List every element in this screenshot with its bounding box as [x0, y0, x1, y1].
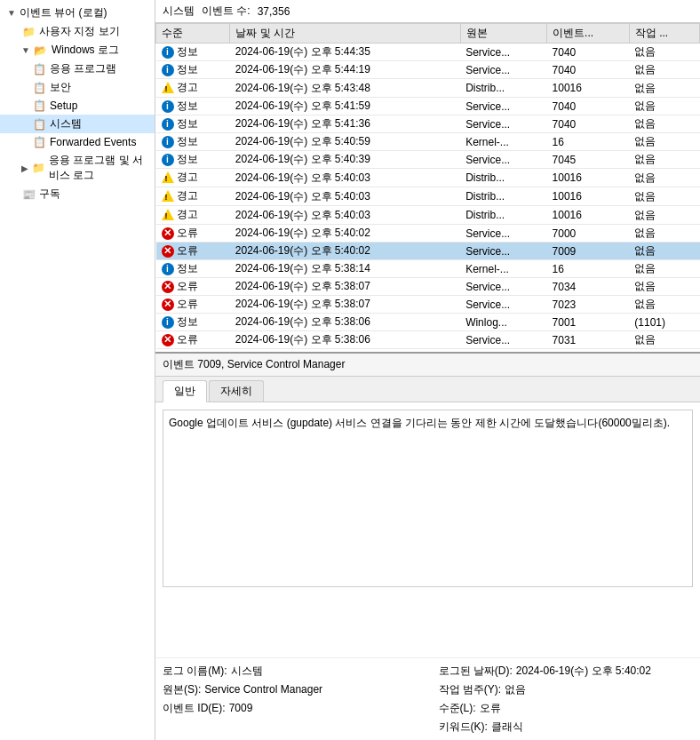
- level-text: 오류: [177, 297, 198, 312]
- tab-detail[interactable]: 자세히: [209, 380, 264, 402]
- sidebar: ▼ 이벤트 뷰어 (로컬) 📁 사용자 지정 보기 ▼ 📂 Windows 로그…: [0, 0, 155, 740]
- cell-level: i 정보: [156, 151, 230, 169]
- col-datetime[interactable]: 날짜 및 시간: [230, 24, 460, 44]
- table-row[interactable]: 경고2024-06-19(수) 오후 5:43:48Distrib...1001…: [156, 79, 700, 98]
- cell-level: i 정보: [156, 61, 230, 79]
- cell-datetime: 2024-06-19(수) 오후 5:38:07: [230, 278, 460, 296]
- cell-task: 없음: [629, 115, 699, 133]
- content-header: 시스템 이벤트 수: 37,356: [155, 0, 700, 23]
- cell-datetime: 2024-06-19(수) 오후 5:40:02: [230, 225, 460, 243]
- cell-event-id: 10016: [547, 187, 630, 206]
- table-row[interactable]: ✕ 오류2024-06-19(수) 오후 5:38:07Service...70…: [156, 296, 700, 314]
- sidebar-item-system[interactable]: 📋 시스템: [0, 115, 155, 133]
- cell-task: 없음: [629, 169, 699, 187]
- event-count-label: 이벤트 수:: [202, 4, 251, 19]
- level-text: 정보: [177, 314, 198, 330]
- sidebar-item-forwarded-events[interactable]: 📋 Forwarded Events: [0, 133, 155, 151]
- log-icon: 📋: [32, 117, 46, 131]
- table-row[interactable]: ✕ 오류2024-06-19(수) 오후 5:38:06Service...70…: [156, 331, 700, 349]
- cell-event-id: 7001: [547, 314, 630, 331]
- cell-event-id: 7045: [547, 151, 630, 169]
- content-title: 시스템: [163, 4, 195, 19]
- table-row[interactable]: i 정보2024-06-19(수) 오후 5:40:39Service...70…: [156, 151, 700, 169]
- detail-bottom-fields: 로그 이름(M): 시스템 로그된 날짜(D): 2024-06-19(수) 오…: [155, 657, 700, 740]
- sidebar-item-label: 시스템: [50, 116, 82, 131]
- table-row[interactable]: ✕ 오류2024-06-19(수) 오후 5:40:02Service...70…: [156, 243, 700, 260]
- event-table-container: 수준 날짜 및 시간 원본 이벤트... 작업 ... i 정보2024-06-…: [155, 23, 700, 352]
- cell-source: Service...: [460, 278, 546, 296]
- cell-datetime: 2024-06-19(수) 오후 5:40:02: [230, 243, 460, 260]
- table-row[interactable]: 경고2024-06-19(수) 오후 5:40:03Distrib...1001…: [156, 206, 700, 225]
- cell-datetime: 2024-06-19(수) 오후 5:40:59: [230, 133, 460, 151]
- logged-field: 로그된 날짜(D): 2024-06-19(수) 오후 5:40:02: [439, 664, 694, 679]
- sidebar-item-setup[interactable]: 📋 Setup: [0, 97, 155, 115]
- table-row[interactable]: i 정보2024-06-19(수) 오후 5:38:06Winlog...700…: [156, 314, 700, 331]
- cell-level: ✕ 오류: [156, 331, 230, 349]
- cell-source: Distrib...: [460, 206, 546, 225]
- level-text: 정보: [177, 116, 198, 131]
- cell-source: Distrib...: [460, 169, 546, 187]
- sidebar-item-security[interactable]: 📋 보안: [0, 78, 155, 97]
- level-text: 오류: [177, 332, 198, 347]
- level-text: 오류: [177, 279, 198, 294]
- col-level[interactable]: 수준: [156, 24, 230, 44]
- cell-source: Service...: [460, 61, 546, 79]
- sidebar-item-custom-views[interactable]: 📁 사용자 지정 보기: [0, 22, 155, 41]
- cell-task: 없음: [629, 79, 699, 98]
- cell-level: 경고: [156, 169, 230, 187]
- level-text: 정보: [177, 152, 198, 167]
- detail-tabs: 일반 자세히: [155, 377, 700, 402]
- cell-task: (1101): [629, 314, 699, 331]
- col-eventid[interactable]: 이벤트...: [547, 24, 630, 44]
- cell-event-id: 7040: [547, 44, 630, 61]
- log-icon: 📋: [32, 62, 46, 76]
- sidebar-item-subscriptions[interactable]: 📰 구독: [0, 185, 155, 203]
- col-task[interactable]: 작업 ...: [629, 24, 699, 44]
- table-row[interactable]: 경고2024-06-19(수) 오후 5:40:03Distrib...1001…: [156, 169, 700, 187]
- table-row[interactable]: i 정보2024-06-19(수) 오후 5:41:36Service...70…: [156, 115, 700, 133]
- cell-event-id: 10016: [547, 206, 630, 225]
- cell-event-id: 7023: [547, 296, 630, 314]
- table-row[interactable]: i 정보2024-06-19(수) 오후 5:44:35Service...70…: [156, 44, 700, 61]
- cell-level: ✕ 오류: [156, 278, 230, 296]
- table-row[interactable]: 경고2024-06-19(수) 오후 5:40:03Distrib...1001…: [156, 187, 700, 206]
- cell-level: 경고: [156, 206, 230, 225]
- sidebar-root[interactable]: ▼ 이벤트 뷰어 (로컬): [0, 4, 155, 22]
- sidebar-item-app-service-logs[interactable]: ▶ 📁 응용 프로그램 및 서비스 로그: [0, 151, 155, 185]
- cell-datetime: 2024-06-19(수) 오후 5:40:03: [230, 169, 460, 187]
- tab-general[interactable]: 일반: [163, 380, 207, 402]
- sidebar-item-label: 보안: [50, 80, 71, 95]
- detail-header: 이벤트 7009, Service Control Manager: [155, 354, 700, 377]
- cell-source: Service...: [460, 296, 546, 314]
- cell-event-id: 7040: [547, 115, 630, 133]
- task-value: 없음: [505, 682, 526, 697]
- cell-task: 없음: [629, 331, 699, 349]
- log-icon: 📋: [32, 81, 46, 95]
- log-icon: 📋: [32, 135, 46, 149]
- cell-datetime: 2024-06-19(수) 오후 5:44:19: [230, 61, 460, 79]
- cell-task: 없음: [629, 225, 699, 243]
- cell-source: Distrib...: [460, 187, 546, 206]
- cell-level: i 정보: [156, 314, 230, 331]
- source-field: 원본(S): Service Control Manager: [163, 682, 418, 697]
- cell-task: 없음: [629, 260, 699, 278]
- level-text: 정보: [177, 62, 198, 77]
- table-row[interactable]: i 정보2024-06-19(수) 오후 5:41:59Service...70…: [156, 98, 700, 115]
- sidebar-item-windows-logs[interactable]: ▼ 📂 Windows 로그: [0, 41, 155, 60]
- table-row[interactable]: i 정보2024-06-19(수) 오후 5:38:14Kernel-...16…: [156, 260, 700, 278]
- table-row[interactable]: ✕ 오류2024-06-19(수) 오후 5:38:07Service...70…: [156, 278, 700, 296]
- table-row[interactable]: i 정보2024-06-19(수) 오후 5:44:19Service...70…: [156, 61, 700, 79]
- col-source[interactable]: 원본: [460, 24, 546, 44]
- cell-event-id: 7031: [547, 331, 630, 349]
- table-row[interactable]: i 정보2024-06-19(수) 오후 5:40:59Kernel-...16…: [156, 133, 700, 151]
- event-table: 수준 날짜 및 시간 원본 이벤트... 작업 ... i 정보2024-06-…: [155, 23, 700, 352]
- cell-event-id: 7034: [547, 278, 630, 296]
- cell-event-id: 16: [547, 260, 630, 278]
- table-row[interactable]: ✕ 오류2024-06-19(수) 오후 5:40:02Service...70…: [156, 225, 700, 243]
- cell-source: Distrib...: [460, 79, 546, 98]
- sidebar-item-application[interactable]: 📋 응용 프로그램: [0, 60, 155, 78]
- cell-level: ✕ 오류: [156, 296, 230, 314]
- cell-task: 없음: [629, 206, 699, 225]
- expand-icon: ▼: [7, 8, 16, 18]
- cell-task: 없음: [629, 133, 699, 151]
